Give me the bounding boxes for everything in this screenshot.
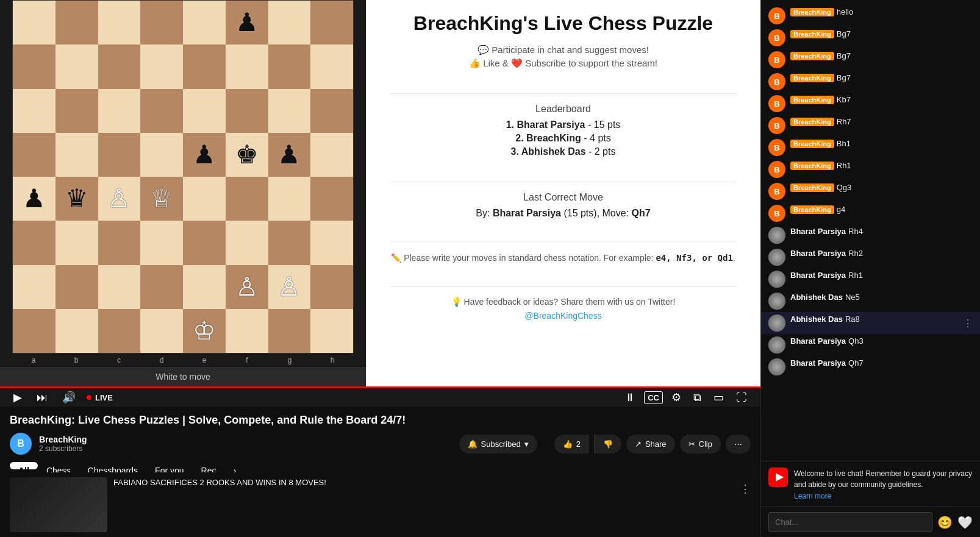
chess-cell [55,89,98,133]
heart-button[interactable]: 🤍 [957,515,973,530]
chat-avatar [768,271,785,288]
chess-cell [183,1,226,44]
chat-avatar [768,315,785,332]
leaderboard-entry-2: 2. BreachKing - 4 pts [506,133,621,144]
chat-text: Qh7 [848,358,864,368]
chat-text: g4 [837,205,845,214]
tab-all[interactable]: All [10,462,38,469]
settings-button[interactable]: ⚙ [668,388,685,407]
chat-avatar [768,336,785,354]
dislike-button[interactable]: 👎 [594,435,621,453]
chat-message-content: BreachKing hello [790,7,853,16]
chess-cell [310,309,353,353]
clip-button[interactable]: ✂ Clip [680,435,721,453]
chess-cell: ♟ [13,177,55,221]
chat-message: Bharat Parsiya Qh7 [761,356,980,378]
tab-next[interactable]: › [224,462,245,469]
recommendation-item[interactable]: FABIANO SACRIFICES 2 ROOKS AND WINS IN 8… [10,472,751,537]
chat-avatar [768,227,785,244]
more-button[interactable]: ⋯ [726,435,751,453]
thumbnail-info: FABIANO SACRIFICES 2 ROOKS AND WINS IN 8… [113,477,734,532]
chess-cell [310,265,353,309]
chess-cell [98,133,141,177]
chat-message-content: Abhishek Das Ne5 [790,293,860,302]
chess-cell [310,89,353,133]
video-title: BreachKing: Live Chess Puzzles | Solve, … [10,414,751,427]
volume-button[interactable]: 🔊 [59,388,79,407]
share-label: Share [645,439,667,449]
thumbnail-more-button[interactable]: ⋮ [740,482,751,496]
chat-welcome: Welcome to live chat! Remember to guard … [761,461,980,507]
chess-cell [13,44,55,88]
chess-cell [268,177,311,221]
chat-username: Bharat Parsiya [790,271,846,280]
chevron-down-icon: ▾ [524,439,529,449]
chat-message-dots[interactable]: ⋮ [963,318,973,329]
chat-avatar [768,249,785,266]
chat-welcome-text: Welcome to live chat! Remember to guard … [794,469,972,489]
chat-text: Bg7 [837,29,851,38]
user-tag: BreachKing [790,162,834,170]
chess-cell: ♔ [183,309,226,353]
learn-more-link[interactable]: Learn more [794,492,973,500]
chat-welcome-content: Welcome to live chat! Remember to guard … [794,468,973,500]
chat-text: Rh4 [848,227,863,236]
chess-cell [310,221,353,265]
like-count: 2 [576,439,581,449]
chat-message: B BreachKing Kb7 [761,93,980,115]
live-dot [87,395,91,400]
chess-cell [268,44,311,88]
user-tag: BreachKing [790,8,834,16]
last-move-title: Last Correct Move [476,192,650,203]
chat-username: Bharat Parsiya [790,358,846,368]
miniplayer-button[interactable]: ⧉ [690,389,705,407]
chat-avatar [768,293,785,310]
tab-chessboards[interactable]: Chessboards [79,462,147,469]
pause-button[interactable]: ⏸ [621,389,639,407]
tab-chess[interactable]: Chess [38,462,79,469]
chat-message-content: BreachKing Bg7 [790,73,851,82]
user-tag: BreachKing [790,30,834,38]
last-move-section: Last Correct Move By: Bharat Parsiya (15… [476,192,650,219]
chat-panel: B BreachKing hello B BreachKing Bg7 B Br… [760,0,980,537]
leaderboard-title: Leaderboard [506,104,621,115]
chat-text: Rh2 [848,249,863,258]
play-button[interactable]: ▶ [10,388,26,407]
chat-username: Bharat Parsiya [790,249,846,258]
subscribe-button[interactable]: 🔔 Subscribed ▾ [459,435,537,453]
chess-cell [55,1,98,44]
chat-text: Ra8 [845,315,860,324]
recommendation-strip: FABIANO SACRIFICES 2 ROOKS AND WINS IN 8… [0,472,760,537]
chess-cell [55,44,98,88]
tab-for-you[interactable]: For you [146,462,192,469]
chat-input[interactable] [768,512,932,532]
skip-button[interactable]: ⏭ [33,389,51,407]
progress-bar[interactable] [0,386,760,388]
chess-cell [13,133,55,177]
fullscreen-button[interactable]: ⛶ [732,389,751,407]
chess-cell [140,265,183,309]
chess-cell: ♙ [268,265,311,309]
chat-text: Qh3 [848,336,864,346]
like-button[interactable]: 👍 2 [554,435,589,453]
captions-button[interactable]: CC [644,391,663,404]
tab-rec[interactable]: Rec [193,462,225,469]
chess-cell: ♙ [226,265,268,309]
twitter-link[interactable]: @BreachKingChess [524,311,601,321]
channel-subs: 2 subscribers [39,444,452,453]
chat-avatar: B [768,95,785,112]
chat-message-content: BreachKing g4 [790,205,845,214]
chat-avatar: B [768,7,785,24]
chess-cell [98,44,141,88]
chat-messages: B BreachKing hello B BreachKing Bg7 B Br… [761,0,980,461]
chat-hint: 💬 Participate in chat and suggest moves! [477,44,649,55]
theater-button[interactable]: ▭ [710,388,728,407]
chess-board: ♟♟♚♟♟♛♙♕♙♙♔ [12,0,354,354]
share-button[interactable]: ↗ Share [626,435,675,453]
chat-avatar: B [768,117,785,134]
feedback-section: 💡 Have feedback or ideas? Share them wit… [451,297,676,321]
chat-message-content: Bharat Parsiya Rh1 [790,271,863,280]
chat-message: Bharat Parsiya Rh2 [761,246,980,268]
chat-message-content: BreachKing Bg7 [790,51,851,60]
emoji-button[interactable]: 😊 [937,515,953,530]
